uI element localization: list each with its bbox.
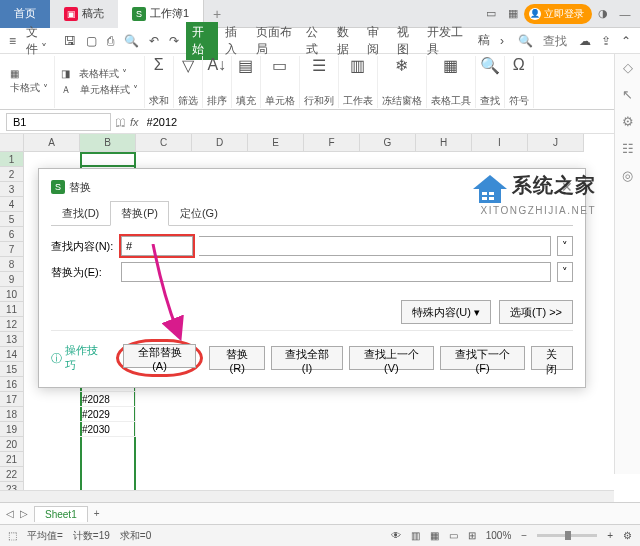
- tab-gaoqiao[interactable]: ▣ 稿壳: [50, 0, 118, 28]
- side-db-icon[interactable]: ☷: [622, 141, 634, 156]
- row-header[interactable]: 16: [0, 377, 24, 392]
- find-group[interactable]: 🔍查找: [476, 56, 505, 108]
- tab-add[interactable]: +: [204, 6, 230, 22]
- tb-new-icon[interactable]: ▢: [83, 32, 100, 50]
- row-header[interactable]: 10: [0, 287, 24, 302]
- fx-icon[interactable]: fx: [130, 116, 139, 128]
- row-header[interactable]: 2: [0, 167, 24, 182]
- options-button[interactable]: 选项(T) >>: [499, 300, 573, 324]
- share-icon[interactable]: ⇪: [598, 32, 614, 50]
- tip-link[interactable]: ⓘ操作技巧: [51, 343, 104, 373]
- tab-replace[interactable]: 替换(P): [110, 201, 169, 226]
- sheet-nav-prev-icon[interactable]: ◁: [6, 508, 14, 519]
- replace-dropdown-icon[interactable]: ˅: [557, 262, 573, 282]
- view-eye-icon[interactable]: 👁: [391, 530, 401, 541]
- minimize-icon[interactable]: —: [614, 3, 636, 25]
- format-label[interactable]: 卡格式˅: [10, 81, 48, 95]
- menu-start[interactable]: 开始: [186, 22, 218, 60]
- fill-group[interactable]: ▤填充: [232, 56, 261, 108]
- symbol-group[interactable]: Ω符号: [505, 56, 534, 108]
- tb-redo-icon[interactable]: ↷: [166, 32, 182, 50]
- row-header[interactable]: 3: [0, 182, 24, 197]
- side-diamond-icon[interactable]: ◇: [623, 60, 633, 75]
- horizontal-scrollbar[interactable]: [0, 490, 614, 502]
- col-header-D[interactable]: D: [192, 134, 248, 152]
- sum-group[interactable]: Σ求和: [145, 56, 174, 108]
- view-break-icon[interactable]: ⊞: [468, 530, 476, 541]
- row-header[interactable]: 7: [0, 242, 24, 257]
- close-button[interactable]: 关闭: [531, 346, 573, 370]
- rowcol-group[interactable]: ☰行和列: [300, 56, 339, 108]
- login-button[interactable]: 👤 立即登录: [524, 4, 592, 24]
- collapse-ribbon-icon[interactable]: ⌃: [618, 32, 634, 50]
- table-style[interactable]: ◨ 表格样式˅: [61, 67, 138, 81]
- zoom-in-icon[interactable]: +: [607, 530, 613, 541]
- theme-icon[interactable]: ◑: [592, 3, 614, 25]
- sheet-nav-next-icon[interactable]: ▷: [20, 508, 28, 519]
- row-header[interactable]: 12: [0, 317, 24, 332]
- row-header[interactable]: 18: [0, 407, 24, 422]
- row-header[interactable]: 22: [0, 467, 24, 482]
- sheet-tab[interactable]: Sheet1: [34, 506, 88, 522]
- side-circle-icon[interactable]: ◎: [622, 168, 633, 183]
- menu-review[interactable]: 审阅: [364, 22, 390, 60]
- col-header-J[interactable]: J: [528, 134, 584, 152]
- row-header[interactable]: 5: [0, 212, 24, 227]
- cell[interactable]: #2028: [80, 392, 136, 407]
- menu-formula[interactable]: 公式: [303, 22, 329, 60]
- title-grid-icon[interactable]: ▦: [502, 3, 524, 25]
- col-header-F[interactable]: F: [304, 134, 360, 152]
- find-dropdown-icon[interactable]: ˅: [557, 236, 573, 256]
- replace-all-button[interactable]: 全部替换(A): [123, 344, 196, 368]
- sort-group[interactable]: A↓排序: [203, 56, 232, 108]
- find-input[interactable]: [121, 236, 193, 256]
- freeze-group[interactable]: ❄冻结窗格: [378, 56, 427, 108]
- view-ruler-icon[interactable]: ▥: [411, 530, 420, 541]
- menu-overflow-icon[interactable]: ›: [497, 32, 507, 50]
- cell-style[interactable]: Ａ 单元格样式˅: [61, 83, 138, 97]
- row-header[interactable]: 8: [0, 257, 24, 272]
- search-icon[interactable]: 🔍: [515, 32, 536, 50]
- dialog-close-icon[interactable]: ✕: [561, 179, 573, 195]
- menu-insert[interactable]: 插入: [222, 22, 248, 60]
- tab-goto[interactable]: 定位(G): [169, 201, 229, 226]
- status-settings-icon[interactable]: ⚙: [623, 530, 632, 541]
- col-header-C[interactable]: C: [136, 134, 192, 152]
- menu-layout[interactable]: 页面布局: [253, 22, 300, 60]
- row-header[interactable]: 4: [0, 197, 24, 212]
- table-tools-group[interactable]: ▦表格工具: [427, 56, 476, 108]
- col-header-G[interactable]: G: [360, 134, 416, 152]
- col-header-H[interactable]: H: [416, 134, 472, 152]
- zoom-out-icon[interactable]: −: [521, 530, 527, 541]
- row-header[interactable]: 11: [0, 302, 24, 317]
- row-header[interactable]: 13: [0, 332, 24, 347]
- replace-input[interactable]: [121, 262, 551, 282]
- col-header-B[interactable]: B: [80, 134, 136, 152]
- row-header[interactable]: 14: [0, 347, 24, 362]
- menu-dev[interactable]: 开发工具: [424, 22, 471, 60]
- menu-more[interactable]: 稿: [475, 30, 493, 51]
- zoom-slider[interactable]: [537, 534, 597, 537]
- search-input[interactable]: [540, 32, 572, 50]
- row-header[interactable]: 21: [0, 452, 24, 467]
- formula-input[interactable]: [143, 116, 634, 128]
- status-mode-icon[interactable]: ⬚: [8, 530, 17, 541]
- row-header[interactable]: 9: [0, 272, 24, 287]
- side-select-icon[interactable]: ↖: [622, 87, 633, 102]
- col-header-A[interactable]: A: [24, 134, 80, 152]
- tb-print-icon[interactable]: ⎙: [104, 32, 117, 50]
- find-all-button[interactable]: 查找全部(I): [271, 346, 343, 370]
- cloud-icon[interactable]: ☁: [576, 32, 594, 50]
- select-all-corner[interactable]: [0, 134, 24, 152]
- sheet-group[interactable]: ▥工作表: [339, 56, 378, 108]
- active-cell[interactable]: [80, 152, 136, 167]
- find-prev-button[interactable]: 查找上一个(V): [349, 346, 434, 370]
- tb-save-icon[interactable]: 🖫: [61, 32, 79, 50]
- row-header[interactable]: 6: [0, 227, 24, 242]
- fx-cancel-icon[interactable]: 🕮: [115, 116, 126, 128]
- col-header-I[interactable]: I: [472, 134, 528, 152]
- replace-button[interactable]: 替换(R): [209, 346, 265, 370]
- cell-group[interactable]: ▭单元格: [261, 56, 300, 108]
- title-list-icon[interactable]: ▭: [480, 3, 502, 25]
- row-header[interactable]: 19: [0, 422, 24, 437]
